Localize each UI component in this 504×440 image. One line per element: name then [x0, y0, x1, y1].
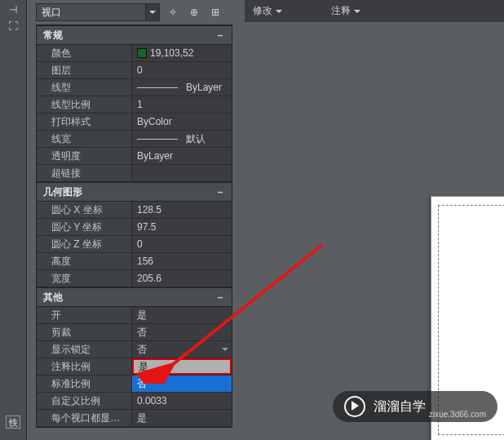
watermark-name: 溜溜自学 — [374, 398, 426, 416]
linetype-sample-icon — [137, 87, 178, 88]
prop-display-locked[interactable]: 显示锁定 否 — [37, 341, 232, 358]
prop-color[interactable]: 颜色 19,103,52 — [37, 45, 232, 62]
pickadd-icon[interactable]: ⊞ — [207, 4, 223, 20]
properties-panel: 常规 – 颜色 19,103,52 图层 0 线型 ByLayer 线型比例 1… — [36, 24, 232, 428]
prop-per-viewport[interactable]: 每个视口都显… 是 — [37, 410, 232, 427]
dropdown-caret-icon — [145, 4, 159, 20]
prop-on[interactable]: 开 是 — [37, 307, 232, 324]
chevron-down-icon — [354, 10, 360, 16]
section-general-header[interactable]: 常规 – — [37, 25, 232, 45]
prop-ltscale[interactable]: 线型比例 1 — [37, 96, 232, 113]
lineweight-sample-icon — [137, 139, 178, 140]
watermark-badge: 溜溜自学 zixue.3d66.com — [333, 391, 497, 422]
color-swatch-icon — [137, 48, 147, 58]
app-root: ⊣ ⛶ 性快 视口 ✧ ⊕ ⊞ 修改 注释 常规 – 颜色 19,103, — [0, 0, 504, 440]
ribbon-strip: 修改 注释 — [245, 0, 504, 23]
collapse-icon[interactable]: – — [212, 183, 228, 201]
play-icon — [344, 396, 365, 417]
prop-center-x[interactable]: 圆心 X 坐标 128.5 — [37, 202, 232, 219]
watermark-site: zixue.3d66.com — [429, 410, 486, 419]
prop-transparency[interactable]: 透明度 ByLayer — [37, 148, 232, 165]
prop-plotstyle[interactable]: 打印样式 ByColor — [37, 113, 232, 131]
ribbon-annotate-panel[interactable]: 注释 — [331, 4, 360, 18]
collapse-icon[interactable]: – — [212, 26, 228, 44]
left-icon-strip: ⊣ ⛶ 性快 — [0, 0, 27, 440]
prop-linetype[interactable]: 线型 ByLayer — [37, 79, 232, 96]
select-objects-icon[interactable]: ⊕ — [186, 4, 202, 20]
chevron-down-icon — [276, 10, 282, 16]
prop-height[interactable]: 高度 156 — [37, 253, 232, 270]
prop-lineweight[interactable]: 线宽 默认 — [37, 131, 232, 148]
dropdown-option-no[interactable]: 否 — [132, 376, 232, 392]
prop-hyperlink[interactable]: 超链接 — [37, 165, 232, 182]
prop-standard-scale[interactable]: 标准比例 否 — [37, 376, 232, 393]
section-geometry-header[interactable]: 几何图形 – — [37, 182, 232, 202]
prop-custom-scale[interactable]: 自定义比例 0.0033 — [37, 393, 232, 410]
section-other-header[interactable]: 其他 – — [37, 287, 232, 307]
properties-topbar: 视口 ✧ ⊕ ⊞ — [36, 3, 223, 21]
collapse-icon[interactable]: – — [212, 288, 228, 306]
prop-layer[interactable]: 图层 0 — [37, 62, 232, 79]
ribbon-modify-panel[interactable]: 修改 — [253, 4, 282, 18]
prop-center-z[interactable]: 圆心 Z 坐标 0 — [37, 236, 232, 253]
palette-options-icon[interactable] — [6, 416, 20, 429]
dropdown-option-yes[interactable]: 是 — [132, 358, 232, 375]
pushpin-icon[interactable]: ⊣ — [2, 3, 24, 16]
expand-icon[interactable]: ⛶ — [2, 20, 24, 33]
prop-clip[interactable]: 剪裁 否 — [37, 324, 232, 341]
quick-select-icon[interactable]: ✧ — [165, 4, 181, 20]
prop-width[interactable]: 宽度 205.6 — [37, 270, 232, 287]
prop-center-y[interactable]: 圆心 Y 坐标 97.5 — [37, 219, 232, 236]
prop-annotation-scale[interactable]: 注释比例 是 — [37, 358, 232, 376]
object-type-label: 视口 — [37, 6, 145, 20]
object-type-dropdown[interactable]: 视口 — [36, 3, 160, 21]
